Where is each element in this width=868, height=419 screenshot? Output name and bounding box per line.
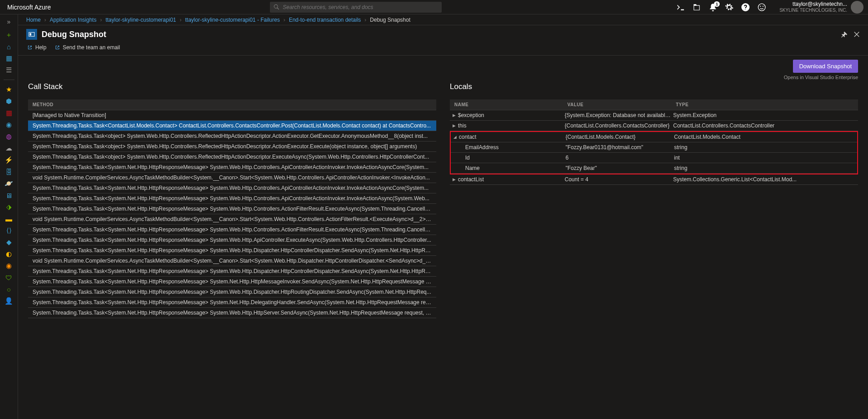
- stack-frame[interactable]: void System.Runtime.CompilerServices.Asy…: [28, 214, 436, 225]
- stack-frame[interactable]: System.Threading.Tasks.Task<System.Net.H…: [28, 204, 436, 214]
- expand-arrow-icon[interactable]: ◢: [453, 135, 457, 139]
- stack-frame[interactable]: System.Threading.Tasks.Task<object> Syst…: [28, 131, 436, 141]
- rail-storage-icon[interactable]: ▬: [5, 215, 13, 223]
- stack-frame[interactable]: System.Threading.Tasks.Task<System.Net.H…: [28, 297, 436, 308]
- stack-frame[interactable]: void System.Runtime.CompilerServices.Asy…: [28, 256, 436, 266]
- highlighted-locals: ◢contact{ContactList.Models.Contact}Cont…: [450, 131, 858, 174]
- create-resource-icon[interactable]: ＋: [5, 31, 13, 39]
- local-name: EmailAddress: [465, 144, 499, 151]
- locals-row[interactable]: Id6int: [451, 153, 857, 163]
- breadcrumb-home[interactable]: Home: [26, 17, 41, 23]
- local-name: $exception: [458, 112, 484, 118]
- locals-row[interactable]: ◢contact{ContactList.Models.Contact}Cont…: [451, 132, 857, 142]
- locals-row[interactable]: ▶$exception{System.Exception: Database n…: [450, 110, 858, 121]
- callstack-body: [Managed to Native Transition]System.Thr…: [28, 110, 436, 318]
- local-name: contact: [459, 134, 476, 140]
- rail-cube-icon[interactable]: ⬢: [5, 97, 13, 105]
- notification-badge: 1: [714, 1, 720, 7]
- local-type: string: [674, 144, 853, 151]
- rail-monitor-icon[interactable]: ◐: [5, 250, 13, 258]
- close-icon[interactable]: [854, 31, 860, 38]
- stack-frame[interactable]: System.Threading.Tasks.Task<object> Syst…: [28, 152, 436, 162]
- rail-bulb-icon[interactable]: ◍: [5, 132, 13, 141]
- svg-point-0: [758, 4, 765, 11]
- rail-globe-icon[interactable]: ◉: [5, 121, 13, 129]
- home-icon[interactable]: ⌂: [5, 42, 13, 51]
- breadcrumb-e2e[interactable]: End-to-end transaction details: [289, 17, 361, 23]
- rail-security-icon[interactable]: 🛡: [5, 273, 13, 282]
- rail-support-icon[interactable]: 👤: [5, 297, 13, 305]
- top-header: Microsoft Azure 1 ttaylor@skylinetechn..…: [0, 0, 868, 14]
- send-email-link[interactable]: Send the team an email: [55, 44, 120, 51]
- all-services-icon[interactable]: ☰: [5, 66, 13, 74]
- user-account[interactable]: ttaylor@skylinetechn... SKYLINE TECHNOLO…: [779, 1, 863, 14]
- stack-frame[interactable]: System.Threading.Tasks.Task<System.Net.H…: [28, 193, 436, 204]
- local-name: Name: [465, 165, 480, 171]
- expand-arrow-icon[interactable]: ▶: [452, 113, 456, 118]
- stack-frame[interactable]: System.Threading.Tasks.Task<System.Net.H…: [28, 266, 436, 277]
- local-value: "Fozzy.Bear0131@hotmail.com": [566, 144, 674, 151]
- stack-frame[interactable]: [Managed to Native Transition]: [28, 110, 436, 121]
- settings-icon[interactable]: [725, 3, 733, 11]
- avatar[interactable]: [851, 1, 863, 14]
- global-search[interactable]: [270, 2, 442, 13]
- stack-frame[interactable]: System.Threading.Tasks.Task<System.Net.H…: [28, 235, 436, 245]
- stack-frame[interactable]: System.Threading.Tasks.Task<System.Net.H…: [28, 308, 436, 318]
- rail-network-icon[interactable]: ⟨⟩: [5, 226, 13, 235]
- stack-frame[interactable]: void System.Runtime.CompilerServices.Asy…: [28, 173, 436, 183]
- stack-frame[interactable]: System.Threading.Tasks.Task<System.Net.H…: [28, 245, 436, 256]
- locals-row[interactable]: EmailAddress"Fozzy.Bear0131@hotmail.com"…: [451, 142, 857, 153]
- local-type: ContactList.Controllers.ContactsControll…: [673, 122, 854, 129]
- download-snapshot-button[interactable]: Download Snapshot: [793, 60, 858, 73]
- breadcrumb-appinsights[interactable]: Application Insights: [50, 17, 96, 23]
- breadcrumb-failures[interactable]: ttaylor-skyline-customerapi01 - Failures: [185, 17, 279, 23]
- local-type: string: [674, 165, 853, 171]
- svg-rect-4: [30, 33, 32, 35]
- stack-frame[interactable]: System.Threading.Tasks.Task<System.Net.H…: [28, 162, 436, 173]
- download-hint: Opens in Visual Studio Enterprise: [784, 75, 858, 80]
- left-rail: » ＋ ⌂ ▦ ☰ ★ ⬢ ▦ ◉ ◍ ☁ ⚡ 🗄 🪐 🖥 ⬗ ▬ ⟨⟩ ◆ ◐…: [0, 14, 18, 419]
- svg-point-1: [760, 5, 761, 6]
- directory-icon[interactable]: [693, 3, 701, 11]
- pin-icon[interactable]: [841, 31, 847, 38]
- local-type: System.Exception: [673, 112, 854, 118]
- global-search-input[interactable]: [283, 4, 438, 10]
- search-icon: [274, 4, 280, 10]
- rail-advisor-icon[interactable]: ◉: [5, 262, 13, 270]
- breadcrumb-current: Debug Snapshot: [370, 17, 410, 23]
- locals-header: NAME VALUE TYPE: [450, 99, 858, 110]
- local-name: Id: [465, 155, 470, 161]
- rail-expand-icon[interactable]: »: [7, 16, 11, 27]
- notifications-icon[interactable]: 1: [709, 3, 717, 11]
- locals-body: ▶$exception{System.Exception: Database n…: [450, 110, 858, 185]
- rail-db-icon[interactable]: 🗄: [5, 168, 13, 176]
- rail-cloud-icon[interactable]: ☁: [5, 144, 13, 152]
- breadcrumb-resource[interactable]: ttaylor-skyline-customerapi01: [105, 17, 176, 23]
- stack-frame[interactable]: System.Threading.Tasks.Task<System.Net.H…: [28, 277, 436, 287]
- dashboard-icon[interactable]: ▦: [5, 54, 13, 62]
- expand-arrow-icon[interactable]: ▶: [452, 123, 456, 128]
- rail-ad-icon[interactable]: ◆: [5, 238, 13, 246]
- stack-frame[interactable]: System.Threading.Tasks.Task<System.Net.H…: [28, 287, 436, 297]
- locals-title: Locals: [450, 82, 858, 91]
- rail-cost-icon[interactable]: ○: [5, 285, 13, 293]
- help-icon[interactable]: [741, 3, 750, 11]
- stack-frame[interactable]: System.Threading.Tasks.Task<System.Net.H…: [28, 183, 436, 193]
- cloud-shell-icon[interactable]: [676, 3, 684, 11]
- rail-lb-icon[interactable]: ⬗: [5, 203, 13, 211]
- rail-grid-icon[interactable]: ▦: [5, 109, 13, 117]
- rail-cosmos-icon[interactable]: 🪐: [5, 179, 13, 188]
- azure-logo[interactable]: Microsoft Azure: [5, 4, 51, 11]
- stack-frame[interactable]: System.Threading.Tasks.Task<object> Syst…: [28, 141, 436, 152]
- stack-frame[interactable]: System.Threading.Tasks.Task<ContactList.…: [28, 121, 436, 131]
- stack-frame[interactable]: System.Threading.Tasks.Task<System.Net.H…: [28, 225, 436, 235]
- feedback-icon[interactable]: [758, 3, 766, 11]
- rail-vm-icon[interactable]: 🖥: [5, 191, 13, 199]
- favorite-star-icon[interactable]: ★: [5, 85, 13, 94]
- expand-arrow-icon[interactable]: ▶: [452, 177, 456, 182]
- locals-row[interactable]: Name"Fozzy Bear"string: [451, 163, 857, 174]
- rail-function-icon[interactable]: ⚡: [5, 156, 13, 164]
- help-link[interactable]: Help: [27, 44, 47, 51]
- locals-row[interactable]: ▶this{ContactList.Controllers.ContactsCo…: [450, 121, 858, 131]
- locals-row[interactable]: ▶contactListCount = 4System.Collections.…: [450, 174, 858, 185]
